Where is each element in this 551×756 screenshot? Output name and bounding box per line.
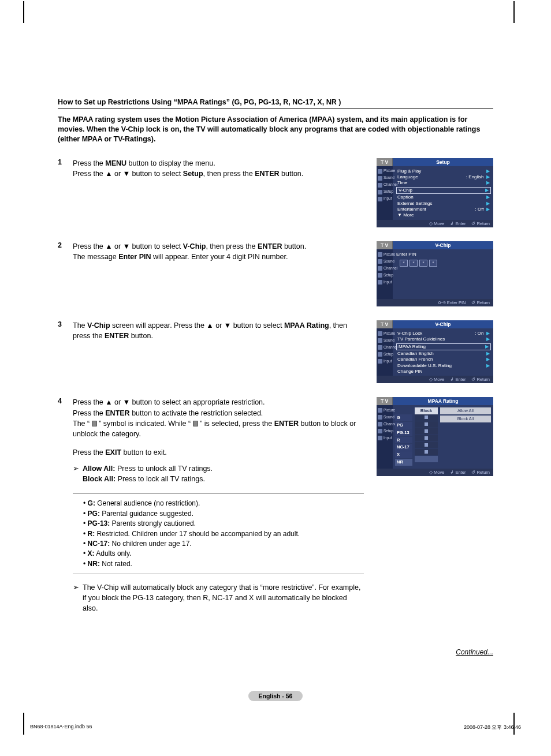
allow-all-note: ➢ Allow All: Press to unlock all TV rati…: [73, 463, 364, 484]
setup-icon: [378, 352, 382, 357]
lock-icon: [193, 421, 198, 426]
osd-vchip-menu-thumb: T V V-Chip Picture Sound Channel Setup I…: [377, 320, 493, 384]
page-number-pill: English - 56: [248, 691, 303, 701]
osd-tv-badge: T V: [377, 158, 393, 166]
continued-label: Continued...: [58, 648, 493, 656]
osd-foot-enter: ↲ Enter: [450, 377, 466, 382]
osd-main: Plug & Play▶ Language: English ▶ Time▶ V…: [393, 166, 493, 220]
lock-icon: [92, 421, 97, 426]
sound-icon: [378, 415, 382, 420]
osd-foot-return: ↺ Return: [471, 221, 490, 226]
osd-foot-move: ◇ Move: [429, 221, 444, 226]
steps-list: 1 Press the MENU button to display the m…: [58, 158, 493, 614]
step-number: 2: [58, 241, 66, 262]
picture-icon: [378, 408, 382, 413]
step-1: 1 Press the MENU button to display the m…: [58, 158, 493, 227]
lock-icon: [425, 429, 428, 433]
setup-icon: [378, 190, 382, 194]
step-2: 2 Press the ▲ or ▼ button to select V-Ch…: [58, 241, 493, 306]
crop-mark: [23, 713, 24, 735]
input-icon: [378, 359, 382, 364]
pointer-icon: ➢: [73, 582, 79, 613]
pointer-icon: ➢: [73, 463, 79, 484]
crop-mark: [513, 1, 515, 23]
crop-mark: [23, 1, 24, 23]
lock-icon: [425, 436, 428, 440]
osd-foot-move: ◇ Move: [429, 377, 444, 382]
section-title: How to Set up Restrictions Using “MPAA R…: [58, 98, 493, 109]
channel-icon: [378, 266, 382, 271]
osd-mpaa-thumb: T V MPAA Rating Picture Sound Channel Se…: [377, 397, 493, 476]
osd-sidebar: Picture Sound Channel Setup Input: [377, 405, 393, 468]
print-metadata: BN68-01814A-Eng.indb 56 2008-07-28 오후 3:…: [30, 724, 521, 731]
picture-icon: [378, 331, 382, 336]
channel-icon: [378, 183, 382, 188]
osd-foot-enter-pin: 0~9 Enter PIN: [438, 300, 466, 305]
osd-enter-pin-thumb: T V V-Chip Picture Sound Channel Setup I…: [377, 241, 493, 306]
pin-fields: * * * *: [400, 260, 491, 267]
step-body: Press the ▲ or ▼ button to select V-Chip…: [73, 241, 306, 262]
osd-title: Setup: [393, 158, 493, 166]
osd-sidebar: Picture Sound Channel Setup Input: [377, 328, 393, 376]
picture-icon: [378, 252, 382, 257]
osd-foot-return: ↺ Return: [471, 470, 490, 475]
rating-definitions: • G: General audience (no restriction). …: [73, 493, 364, 574]
osd-foot-enter: ↲ Enter: [450, 221, 466, 226]
lock-icon: [425, 450, 428, 454]
osd-sidebar: Picture Sound Channel Setup Input: [377, 166, 393, 220]
osd-main: G PG PG-13 R NC-17 X NR Block: [393, 405, 493, 468]
osd-main: V-Chip Lock: On ▶ TV Parental Guidelines…: [393, 328, 493, 376]
osd-foot-return: ↺ Return: [471, 377, 490, 382]
step-number: 3: [58, 320, 66, 341]
sound-icon: [378, 338, 382, 343]
input-icon: [378, 280, 382, 285]
intro-paragraph: The MPAA rating system uses the Motion P…: [58, 115, 493, 144]
auto-block-note: ➢ The V-Chip will automatically block an…: [73, 582, 364, 613]
lock-icon: [425, 443, 428, 447]
osd-main: Enter PIN * * * *: [393, 249, 493, 299]
osd-title: V-Chip: [393, 320, 493, 328]
osd-tv-badge: T V: [377, 397, 393, 405]
page-footer: English - 56: [58, 691, 493, 701]
channel-icon: [378, 422, 382, 426]
input-icon: [378, 436, 382, 440]
setup-icon: [378, 429, 382, 433]
step-body: Press the MENU button to display the men…: [73, 158, 303, 179]
lock-icon: [425, 422, 428, 426]
step-number: 4: [58, 397, 66, 613]
sound-icon: [378, 176, 382, 181]
osd-setup-thumb: T V Setup Picture Sound Channel Setup In…: [377, 158, 493, 227]
block-all-btn: Block All: [440, 416, 491, 422]
osd-sidebar: Picture Sound Channel Setup Input: [377, 249, 393, 299]
step-body: The V-Chip screen will appear. Press the…: [73, 320, 364, 341]
osd-tv-badge: T V: [377, 320, 393, 328]
setup-icon: [378, 273, 382, 278]
osd-foot-enter: ↲ Enter: [450, 470, 466, 475]
picture-icon: [378, 169, 382, 174]
channel-icon: [378, 345, 382, 350]
step-3: 3 The V-Chip screen will appear. Press t…: [58, 320, 493, 384]
osd-tv-badge: T V: [377, 241, 393, 249]
step-number: 1: [58, 158, 66, 179]
step-body: Press the ▲ or ▼ button to select an app…: [73, 397, 364, 613]
sound-icon: [378, 259, 382, 264]
osd-title: MPAA Rating: [393, 397, 493, 405]
allow-all-btn: Allow All: [440, 407, 491, 414]
input-icon: [378, 197, 382, 201]
enter-pin-label: Enter PIN: [396, 252, 491, 257]
osd-foot-move: ◇ Move: [429, 470, 444, 475]
osd-foot-return: ↺ Return: [471, 300, 490, 305]
print-timestamp: 2008-07-28 오후 3:46:46: [464, 724, 521, 731]
step-4: 4 Press the ▲ or ▼ button to select an a…: [58, 397, 493, 613]
print-file-name: BN68-01814A-Eng.indb 56: [30, 724, 92, 731]
lock-icon: [425, 416, 428, 419]
osd-title: V-Chip: [393, 241, 493, 249]
